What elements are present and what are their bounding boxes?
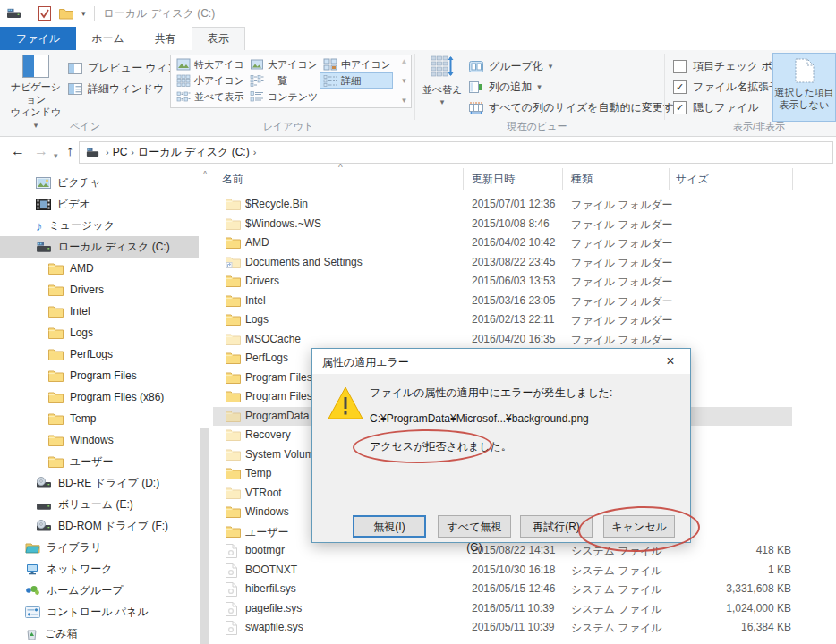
- file-extensions-checkbox[interactable]: ✓ファイル名拡張子: [673, 78, 780, 96]
- sidebar-item[interactable]: ごみ箱: [0, 623, 199, 644]
- sidebar-item[interactable]: ローカル ディスク (C:): [0, 236, 199, 258]
- folder-icon: [226, 525, 241, 538]
- breadcrumb-separator-icon: ›: [102, 147, 113, 157]
- libraries-icon: [25, 541, 40, 554]
- layout-option[interactable]: 一覧: [246, 72, 320, 89]
- scroll-up-icon[interactable]: ▲: [401, 58, 408, 65]
- sidebar-item[interactable]: Logs: [0, 322, 199, 343]
- sidebar-item[interactable]: Drivers: [0, 279, 199, 301]
- dialog-title-bar[interactable]: 属性の適用エラー ×: [312, 349, 690, 374]
- table-row[interactable]: hiberfil.sys2016/05/15 12:46システム ファイル3,3…: [211, 580, 836, 599]
- sidebar-item[interactable]: コントロール パネル: [0, 601, 199, 623]
- scrollbar-thumb[interactable]: [200, 428, 209, 644]
- column-header-name[interactable]: 名前: [222, 172, 243, 187]
- breadcrumb[interactable]: ›PC›ローカル ディスク (C:)›: [79, 141, 833, 164]
- navigation-pane-button[interactable]: ナビゲーション ウィンドウ ▾: [9, 53, 63, 121]
- scroll-down-icon[interactable]: ▼: [401, 78, 408, 85]
- layout-option[interactable]: 中アイコン: [320, 56, 393, 72]
- details-pane-button[interactable]: 詳細ウィンドウ: [68, 80, 164, 97]
- tab-file[interactable]: ファイル: [0, 27, 76, 50]
- table-row[interactable]: swapfile.sys2016/05/11 10:39システム ファイル16,…: [211, 618, 836, 638]
- sidebar-item[interactable]: ピクチャ: [0, 172, 199, 193]
- gallery-more-icon[interactable]: ▼: [401, 97, 408, 105]
- hide-selected-items-button[interactable]: 選択した項目 表示しない: [772, 53, 836, 122]
- forward-button[interactable]: →: [34, 141, 48, 161]
- file-name: Temp: [245, 467, 271, 479]
- column-header-type[interactable]: 種類: [571, 172, 593, 187]
- tab-share[interactable]: 共有: [140, 27, 192, 50]
- folder-icon: [226, 410, 241, 423]
- column-header-date[interactable]: 更新日時: [472, 172, 515, 187]
- table-row[interactable]: Documents and Settings2013/08/22 23:45ファ…: [211, 253, 836, 273]
- table-row[interactable]: Intel2015/03/16 23:05ファイル フォルダー: [211, 292, 836, 311]
- size-all-columns-button[interactable]: すべての列のサイズを自動的に変更する: [469, 98, 685, 116]
- ignore-all-button[interactable]: すべて無視(G): [438, 515, 511, 538]
- folder-icon: [48, 434, 64, 446]
- tab-view[interactable]: 表示: [192, 27, 245, 51]
- sidebar-scrollbar[interactable]: ^: [200, 166, 210, 644]
- sidebar-item[interactable]: ライブラリ: [0, 537, 199, 558]
- sidebar-item[interactable]: BD-RE ドライブ (D:): [0, 472, 199, 494]
- sidebar-item[interactable]: Intel: [0, 301, 199, 322]
- column-separator[interactable]: [792, 168, 793, 190]
- table-row[interactable]: Drivers2015/06/03 13:53ファイル フォルダー: [211, 272, 836, 292]
- group-label-show-hide: 表示/非表示: [733, 120, 785, 133]
- group-separator: [166, 54, 166, 120]
- sidebar-item[interactable]: Program Files (x86): [0, 386, 199, 408]
- homegroup-icon: [25, 584, 40, 597]
- table-row[interactable]: pagefile.sys2016/05/11 10:39システム ファイル1,0…: [211, 599, 836, 619]
- sidebar-item-label: ローカル ディスク (C:): [58, 240, 170, 255]
- column-separator[interactable]: [463, 168, 464, 190]
- sidebar-item[interactable]: Temp: [0, 408, 199, 429]
- folder-icon[interactable]: [59, 8, 73, 20]
- folder-icon: [226, 371, 241, 385]
- breadcrumb-item[interactable]: ローカル ディスク (C:): [138, 146, 250, 158]
- close-icon[interactable]: ×: [651, 349, 690, 374]
- sidebar-item[interactable]: ボリューム (E:): [0, 494, 199, 515]
- column-separator[interactable]: [562, 168, 563, 190]
- group-by-button[interactable]: グループ化▾: [469, 57, 552, 75]
- qat-dropdown-icon[interactable]: ▾: [81, 10, 86, 18]
- sidebar-item[interactable]: PerfLogs: [0, 343, 199, 365]
- history-dropdown-icon[interactable]: ▾: [54, 146, 58, 165]
- column-separator[interactable]: [669, 168, 670, 190]
- layout-option[interactable]: 特大アイコン: [173, 56, 246, 72]
- layout-option[interactable]: 詳細: [320, 72, 393, 89]
- table-row[interactable]: Logs2016/02/13 22:11ファイル フォルダー: [211, 310, 836, 330]
- sidebar-item[interactable]: ユーザー: [0, 451, 199, 472]
- sort-by-button[interactable]: 並べ替え ▾: [417, 53, 467, 121]
- properties-check-icon[interactable]: [38, 6, 51, 21]
- layout-gallery-scrollbar[interactable]: ▲ ▼ ▼: [397, 55, 411, 107]
- sidebar-item[interactable]: Windows: [0, 429, 199, 451]
- sidebar-item[interactable]: ビデオ: [0, 193, 199, 215]
- table-row[interactable]: $Recycle.Bin2015/07/01 12:36ファイル フォルダー: [211, 195, 836, 215]
- layout-option[interactable]: コンテンツ: [246, 89, 320, 105]
- sidebar-item[interactable]: ♪ミュージック: [0, 215, 199, 236]
- table-row[interactable]: MSOCache2016/04/20 16:35ファイル フォルダー: [211, 330, 836, 350]
- hidden-items-checkbox[interactable]: ✓隠しファイル: [673, 98, 758, 116]
- sidebar-item[interactable]: Program Files: [0, 365, 199, 386]
- sidebar-item[interactable]: BD-ROM ドライブ (F:): [0, 515, 199, 537]
- back-button[interactable]: ←: [11, 141, 25, 161]
- column-header-size[interactable]: サイズ: [676, 172, 709, 187]
- table-row[interactable]: BOOTNXT2015/10/30 16:18システム ファイル1 KB: [211, 561, 836, 580]
- sidebar-item[interactable]: ホームグループ: [0, 580, 199, 601]
- ic-lg-icon: [250, 58, 264, 71]
- layout-option[interactable]: 大アイコン: [246, 56, 320, 72]
- scroll-up-icon[interactable]: ^: [200, 170, 210, 180]
- layout-option[interactable]: 小アイコン: [173, 72, 246, 89]
- layout-option[interactable]: 並べて表示: [173, 89, 246, 105]
- sysfile-icon: [226, 582, 241, 596]
- up-button[interactable]: ↑: [66, 141, 73, 161]
- table-row[interactable]: bootmgr2015/08/22 14:31システム ファイル418 KB: [211, 541, 836, 561]
- folder-icon: [226, 505, 241, 519]
- add-columns-button[interactable]: 列の追加▾: [469, 78, 542, 96]
- ignore-button[interactable]: 無視(I): [353, 515, 426, 538]
- table-row[interactable]: $Windows.~WS2015/10/08 8:46ファイル フォルダー: [211, 215, 836, 234]
- table-row[interactable]: AMD2016/04/02 10:42ファイル フォルダー: [211, 233, 836, 253]
- tab-home[interactable]: ホーム: [76, 27, 140, 50]
- ic-autosize-icon: [469, 102, 483, 114]
- sidebar-item[interactable]: AMD: [0, 258, 199, 279]
- breadcrumb-item[interactable]: PC: [113, 146, 128, 158]
- sidebar-item[interactable]: ネットワーク: [0, 558, 199, 580]
